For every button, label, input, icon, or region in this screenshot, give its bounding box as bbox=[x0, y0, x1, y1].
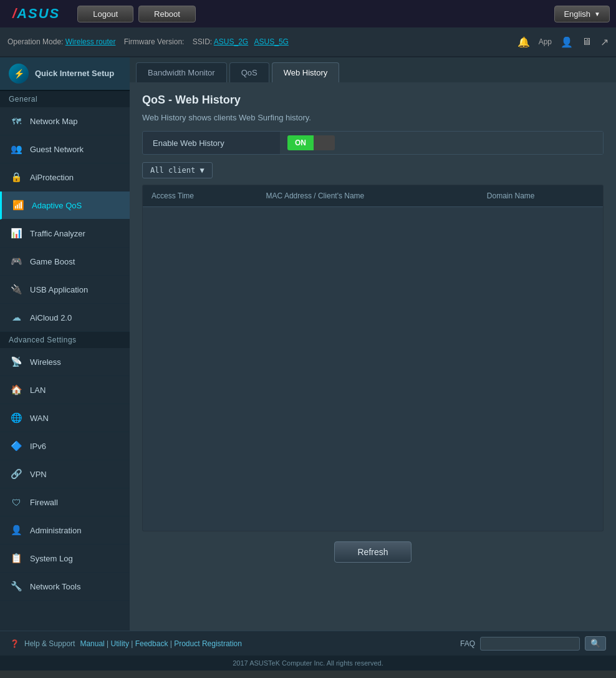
toggle-off-button[interactable] bbox=[314, 135, 335, 150]
vpn-icon: 🔗 bbox=[9, 467, 24, 482]
utility-link[interactable]: Utility bbox=[111, 639, 129, 648]
sidebar-item-label: LAN bbox=[30, 385, 46, 395]
refresh-row: Refresh bbox=[142, 531, 604, 568]
ssid-5g-link[interactable]: ASUS_5G bbox=[254, 37, 289, 46]
client-dropdown[interactable]: All client ▼ bbox=[142, 162, 213, 178]
toggle-on-button[interactable]: ON bbox=[287, 135, 314, 150]
page-description: Web History shows clients Web Surfing hi… bbox=[142, 113, 604, 122]
sidebar-item-label: Traffic Analyzer bbox=[30, 229, 85, 238]
footer-links: Manual | Utility | Feedback | Product Re… bbox=[80, 639, 242, 648]
top-bar: /ASUS Logout Reboot English ▼ bbox=[0, 0, 616, 27]
logo-text: /ASUS bbox=[12, 6, 60, 21]
page-content: QoS - Web History Web History shows clie… bbox=[130, 82, 616, 631]
guest-network-icon: 👥 bbox=[9, 142, 24, 157]
network-tools-icon: 🔧 bbox=[9, 579, 24, 594]
sidebar-item-ipv6[interactable]: 🔷 IPv6 bbox=[0, 432, 130, 460]
reboot-button[interactable]: Reboot bbox=[138, 6, 196, 22]
sidebar-item-network-tools[interactable]: 🔧 Network Tools bbox=[0, 573, 130, 601]
sidebar-general-label: General bbox=[0, 91, 130, 107]
refresh-button[interactable]: Refresh bbox=[334, 541, 411, 563]
col-mac-address: MAC Address / Client's Name bbox=[257, 185, 478, 207]
main-layout: ⚡ Quick Internet Setup General 🗺 Network… bbox=[0, 57, 616, 631]
copyright-bar: 2017 ASUSTeK Computer Inc. All rights re… bbox=[0, 656, 616, 671]
enable-label: Enable Web History bbox=[143, 132, 280, 154]
firewall-icon: 🛡 bbox=[9, 495, 24, 510]
faq-search-input[interactable] bbox=[480, 637, 580, 651]
user-icon[interactable]: 👤 bbox=[561, 36, 573, 48]
sidebar-item-game-boost[interactable]: 🎮 Game Boost bbox=[0, 248, 130, 276]
adaptive-qos-icon: 📶 bbox=[11, 198, 26, 213]
chevron-down-icon: ▼ bbox=[594, 11, 600, 17]
monitor-icon[interactable]: 🖥 bbox=[582, 36, 592, 47]
feedback-link[interactable]: Feedback bbox=[135, 639, 168, 648]
header-strip: Operation Mode: Wireless router Firmware… bbox=[0, 27, 616, 57]
sidebar-item-label: Wireless bbox=[30, 357, 61, 367]
sidebar-item-lan[interactable]: 🏠 LAN bbox=[0, 376, 130, 404]
bell-icon[interactable]: 🔔 bbox=[517, 36, 530, 48]
game-boost-icon: 🎮 bbox=[9, 254, 24, 269]
web-history-table: Access Time MAC Address / Client's Name … bbox=[142, 185, 604, 531]
help-label: Help & Support bbox=[24, 639, 75, 648]
content-area: Bandwidth Monitor QoS Web History QoS - … bbox=[130, 57, 616, 631]
sidebar-item-label: AiProtection bbox=[30, 173, 74, 182]
sidebar-item-wan[interactable]: 🌐 WAN bbox=[0, 404, 130, 432]
tab-web-history[interactable]: Web History bbox=[272, 62, 340, 82]
language-selector[interactable]: English ▼ bbox=[554, 6, 610, 22]
sidebar-item-traffic-analyzer[interactable]: 📊 Traffic Analyzer bbox=[0, 220, 130, 248]
share-icon[interactable]: ↗ bbox=[600, 36, 609, 48]
sidebar-item-firewall[interactable]: 🛡 Firewall bbox=[0, 488, 130, 516]
help-icon: ❓ bbox=[10, 639, 19, 648]
app-label[interactable]: App bbox=[539, 37, 552, 46]
sidebar-item-label: IPv6 bbox=[30, 442, 46, 451]
op-mode-link[interactable]: Wireless router bbox=[65, 37, 116, 46]
tab-qos[interactable]: QoS bbox=[229, 62, 269, 82]
sidebar-item-label: System Log bbox=[30, 554, 73, 563]
aiprotection-icon: 🔒 bbox=[9, 170, 24, 185]
system-log-icon: 📋 bbox=[9, 551, 24, 566]
header-icons: 🔔 App 👤 🖥 ↗ bbox=[517, 36, 609, 48]
sidebar-item-label: Administration bbox=[30, 526, 81, 535]
sidebar-item-label: AiCloud 2.0 bbox=[30, 313, 72, 322]
sidebar-item-system-log[interactable]: 📋 System Log bbox=[0, 545, 130, 573]
manual-link[interactable]: Manual bbox=[80, 639, 104, 648]
sidebar-item-aicloud[interactable]: ☁ AiCloud 2.0 bbox=[0, 304, 130, 332]
table-empty-row bbox=[143, 207, 604, 531]
wan-icon: 🌐 bbox=[9, 410, 24, 425]
sidebar-item-label: Firewall bbox=[30, 498, 58, 507]
aicloud-icon: ☁ bbox=[9, 310, 24, 325]
quick-setup-icon: ⚡ bbox=[9, 64, 29, 84]
ipv6-icon: 🔷 bbox=[9, 438, 24, 453]
ssid-2g-link[interactable]: ASUS_2G bbox=[214, 37, 248, 46]
sidebar-item-guest-network[interactable]: 👥 Guest Network bbox=[0, 135, 130, 163]
faq-label: FAQ bbox=[460, 639, 475, 648]
usb-application-icon: 🔌 bbox=[9, 282, 24, 297]
toggle-area: ON bbox=[280, 132, 603, 154]
sidebar-item-label: Network Tools bbox=[30, 582, 80, 591]
administration-icon: 👤 bbox=[9, 523, 24, 538]
sidebar-item-label: VPN bbox=[30, 470, 47, 479]
sidebar-item-usb-application[interactable]: 🔌 USB Application bbox=[0, 276, 130, 304]
col-domain-name: Domain Name bbox=[478, 185, 604, 207]
sidebar: ⚡ Quick Internet Setup General 🗺 Network… bbox=[0, 57, 130, 631]
quick-setup-text: Quick Internet Setup bbox=[35, 69, 114, 79]
sidebar-item-quick-setup[interactable]: ⚡ Quick Internet Setup bbox=[0, 57, 130, 91]
language-label: English bbox=[564, 9, 590, 19]
faq-search-button[interactable]: 🔍 bbox=[585, 636, 606, 651]
sidebar-item-label: USB Application bbox=[30, 285, 88, 294]
op-mode-text: Operation Mode: Wireless router Firmware… bbox=[7, 37, 289, 46]
sidebar-item-label: Adaptive QoS bbox=[32, 201, 82, 210]
sidebar-advanced-label: Advanced Settings bbox=[0, 332, 130, 348]
toggle-switch[interactable]: ON bbox=[287, 135, 335, 150]
product-reg-link[interactable]: Product Registration bbox=[174, 639, 242, 648]
sidebar-item-adaptive-qos[interactable]: 📶 Adaptive QoS bbox=[0, 191, 130, 220]
sidebar-item-wireless[interactable]: 📡 Wireless bbox=[0, 348, 130, 376]
sidebar-item-label: Guest Network bbox=[30, 145, 84, 154]
tab-bandwidth-monitor[interactable]: Bandwidth Monitor bbox=[136, 62, 227, 82]
sidebar-item-label: Game Boost bbox=[30, 257, 75, 266]
sidebar-item-aiprotection[interactable]: 🔒 AiProtection bbox=[0, 163, 130, 191]
sidebar-item-network-map[interactable]: 🗺 Network Map bbox=[0, 107, 130, 135]
sidebar-item-vpn[interactable]: 🔗 VPN bbox=[0, 460, 130, 488]
footer-faq: FAQ 🔍 bbox=[460, 636, 606, 651]
sidebar-item-administration[interactable]: 👤 Administration bbox=[0, 516, 130, 545]
logout-button[interactable]: Logout bbox=[77, 6, 133, 22]
